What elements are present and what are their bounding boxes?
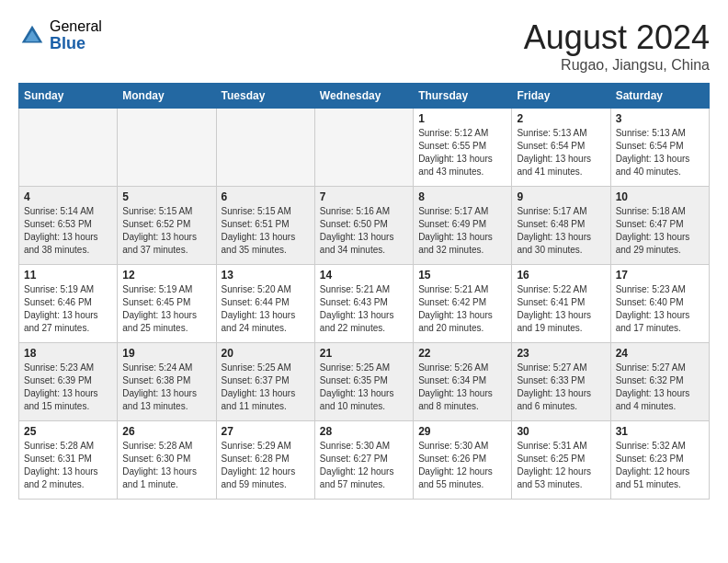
- day-info: Sunrise: 5:23 AM Sunset: 6:40 PM Dayligh…: [616, 283, 704, 335]
- calendar-header-tuesday: Tuesday: [216, 84, 314, 109]
- calendar-cell: 19Sunrise: 5:24 AM Sunset: 6:38 PM Dayli…: [118, 343, 216, 421]
- day-info: Sunrise: 5:18 AM Sunset: 6:47 PM Dayligh…: [616, 205, 704, 257]
- day-number: 25: [24, 425, 112, 438]
- calendar-header-wednesday: Wednesday: [314, 84, 413, 109]
- calendar-cell: 21Sunrise: 5:25 AM Sunset: 6:35 PM Dayli…: [314, 343, 413, 421]
- day-info: Sunrise: 5:15 AM Sunset: 6:52 PM Dayligh…: [122, 205, 210, 257]
- calendar-cell: 1Sunrise: 5:12 AM Sunset: 6:55 PM Daylig…: [414, 109, 512, 187]
- day-number: 26: [122, 425, 210, 438]
- day-info: Sunrise: 5:31 AM Sunset: 6:25 PM Dayligh…: [517, 440, 605, 491]
- logo-text: General Blue: [50, 18, 102, 52]
- calendar-cell: 7Sunrise: 5:16 AM Sunset: 6:50 PM Daylig…: [314, 187, 413, 265]
- calendar-cell: 11Sunrise: 5:19 AM Sunset: 6:46 PM Dayli…: [19, 265, 118, 343]
- day-number: 11: [24, 269, 112, 282]
- calendar-cell: 17Sunrise: 5:23 AM Sunset: 6:40 PM Dayli…: [610, 265, 709, 343]
- calendar-cell: 29Sunrise: 5:30 AM Sunset: 6:26 PM Dayli…: [414, 421, 512, 500]
- day-number: 4: [24, 190, 112, 203]
- calendar-cell: 31Sunrise: 5:32 AM Sunset: 6:23 PM Dayli…: [610, 421, 709, 500]
- day-number: 3: [616, 112, 704, 125]
- day-info: Sunrise: 5:28 AM Sunset: 6:30 PM Dayligh…: [122, 440, 210, 491]
- day-info: Sunrise: 5:19 AM Sunset: 6:45 PM Dayligh…: [122, 283, 210, 335]
- calendar-cell: [19, 109, 118, 187]
- calendar-week-5: 25Sunrise: 5:28 AM Sunset: 6:31 PM Dayli…: [19, 421, 710, 500]
- day-info: Sunrise: 5:17 AM Sunset: 6:48 PM Dayligh…: [517, 205, 605, 257]
- day-number: 7: [320, 190, 408, 203]
- day-number: 27: [222, 425, 310, 438]
- calendar-cell: 23Sunrise: 5:27 AM Sunset: 6:33 PM Dayli…: [512, 343, 610, 421]
- day-info: Sunrise: 5:25 AM Sunset: 6:35 PM Dayligh…: [320, 362, 408, 413]
- day-number: 6: [222, 190, 310, 203]
- logo: General Blue: [18, 18, 102, 52]
- day-number: 12: [122, 269, 210, 282]
- day-info: Sunrise: 5:16 AM Sunset: 6:50 PM Dayligh…: [320, 205, 408, 257]
- logo-general: General: [50, 18, 102, 35]
- location: Rugao, Jiangsu, China: [524, 57, 710, 74]
- calendar-header-monday: Monday: [118, 84, 216, 109]
- calendar-cell: [314, 109, 413, 187]
- day-number: 20: [222, 347, 310, 360]
- day-number: 22: [418, 347, 506, 360]
- day-info: Sunrise: 5:27 AM Sunset: 6:33 PM Dayligh…: [517, 362, 605, 413]
- calendar-week-2: 4Sunrise: 5:14 AM Sunset: 6:53 PM Daylig…: [19, 187, 710, 265]
- calendar-cell: 6Sunrise: 5:15 AM Sunset: 6:51 PM Daylig…: [216, 187, 314, 265]
- logo-icon: [18, 22, 46, 50]
- calendar-cell: 4Sunrise: 5:14 AM Sunset: 6:53 PM Daylig…: [19, 187, 118, 265]
- day-number: 17: [616, 269, 704, 282]
- calendar-cell: 26Sunrise: 5:28 AM Sunset: 6:30 PM Dayli…: [118, 421, 216, 500]
- logo-blue: Blue: [50, 35, 102, 53]
- calendar-cell: 22Sunrise: 5:26 AM Sunset: 6:34 PM Dayli…: [414, 343, 512, 421]
- day-number: 13: [222, 269, 310, 282]
- day-number: 28: [320, 425, 408, 438]
- day-info: Sunrise: 5:19 AM Sunset: 6:46 PM Dayligh…: [24, 283, 112, 335]
- calendar-table: SundayMondayTuesdayWednesdayThursdayFrid…: [18, 83, 710, 500]
- page-header: General Blue August 2024 Rugao, Jiangsu,…: [18, 18, 710, 74]
- calendar-header-sunday: Sunday: [19, 84, 118, 109]
- day-number: 29: [418, 425, 506, 438]
- calendar-cell: 9Sunrise: 5:17 AM Sunset: 6:48 PM Daylig…: [512, 187, 610, 265]
- day-info: Sunrise: 5:30 AM Sunset: 6:26 PM Dayligh…: [418, 440, 506, 491]
- day-number: 10: [616, 190, 704, 203]
- day-info: Sunrise: 5:30 AM Sunset: 6:27 PM Dayligh…: [320, 440, 408, 491]
- calendar-cell: 27Sunrise: 5:29 AM Sunset: 6:28 PM Dayli…: [216, 421, 314, 500]
- calendar-header-friday: Friday: [512, 84, 610, 109]
- day-info: Sunrise: 5:24 AM Sunset: 6:38 PM Dayligh…: [122, 362, 210, 413]
- calendar-header-saturday: Saturday: [610, 84, 709, 109]
- calendar-cell: [216, 109, 314, 187]
- day-number: 15: [418, 269, 506, 282]
- calendar-cell: 12Sunrise: 5:19 AM Sunset: 6:45 PM Dayli…: [118, 265, 216, 343]
- calendar-cell: 16Sunrise: 5:22 AM Sunset: 6:41 PM Dayli…: [512, 265, 610, 343]
- day-info: Sunrise: 5:26 AM Sunset: 6:34 PM Dayligh…: [418, 362, 506, 413]
- calendar-week-1: 1Sunrise: 5:12 AM Sunset: 6:55 PM Daylig…: [19, 109, 710, 187]
- day-info: Sunrise: 5:21 AM Sunset: 6:43 PM Dayligh…: [320, 283, 408, 335]
- calendar-week-4: 18Sunrise: 5:23 AM Sunset: 6:39 PM Dayli…: [19, 343, 710, 421]
- day-number: 23: [517, 347, 605, 360]
- calendar-header-thursday: Thursday: [414, 84, 512, 109]
- calendar-cell: 25Sunrise: 5:28 AM Sunset: 6:31 PM Dayli…: [19, 421, 118, 500]
- calendar-cell: 24Sunrise: 5:27 AM Sunset: 6:32 PM Dayli…: [610, 343, 709, 421]
- calendar-cell: 2Sunrise: 5:13 AM Sunset: 6:54 PM Daylig…: [512, 109, 610, 187]
- calendar-cell: 18Sunrise: 5:23 AM Sunset: 6:39 PM Dayli…: [19, 343, 118, 421]
- day-info: Sunrise: 5:14 AM Sunset: 6:53 PM Dayligh…: [24, 205, 112, 257]
- calendar-cell: 15Sunrise: 5:21 AM Sunset: 6:42 PM Dayli…: [414, 265, 512, 343]
- day-number: 24: [616, 347, 704, 360]
- day-info: Sunrise: 5:29 AM Sunset: 6:28 PM Dayligh…: [222, 440, 310, 491]
- calendar-cell: 10Sunrise: 5:18 AM Sunset: 6:47 PM Dayli…: [610, 187, 709, 265]
- day-number: 5: [122, 190, 210, 203]
- day-number: 8: [418, 190, 506, 203]
- title-block: August 2024 Rugao, Jiangsu, China: [524, 18, 710, 74]
- calendar-cell: 28Sunrise: 5:30 AM Sunset: 6:27 PM Dayli…: [314, 421, 413, 500]
- day-info: Sunrise: 5:23 AM Sunset: 6:39 PM Dayligh…: [24, 362, 112, 413]
- day-info: Sunrise: 5:27 AM Sunset: 6:32 PM Dayligh…: [616, 362, 704, 413]
- day-info: Sunrise: 5:32 AM Sunset: 6:23 PM Dayligh…: [616, 440, 704, 491]
- calendar-week-3: 11Sunrise: 5:19 AM Sunset: 6:46 PM Dayli…: [19, 265, 710, 343]
- day-number: 14: [320, 269, 408, 282]
- day-number: 9: [517, 190, 605, 203]
- calendar-cell: 14Sunrise: 5:21 AM Sunset: 6:43 PM Dayli…: [314, 265, 413, 343]
- day-info: Sunrise: 5:13 AM Sunset: 6:54 PM Dayligh…: [517, 127, 605, 178]
- calendar-cell: 3Sunrise: 5:13 AM Sunset: 6:54 PM Daylig…: [610, 109, 709, 187]
- calendar-cell: [118, 109, 216, 187]
- day-number: 18: [24, 347, 112, 360]
- day-number: 1: [418, 112, 506, 125]
- calendar-cell: 30Sunrise: 5:31 AM Sunset: 6:25 PM Dayli…: [512, 421, 610, 500]
- day-info: Sunrise: 5:28 AM Sunset: 6:31 PM Dayligh…: [24, 440, 112, 491]
